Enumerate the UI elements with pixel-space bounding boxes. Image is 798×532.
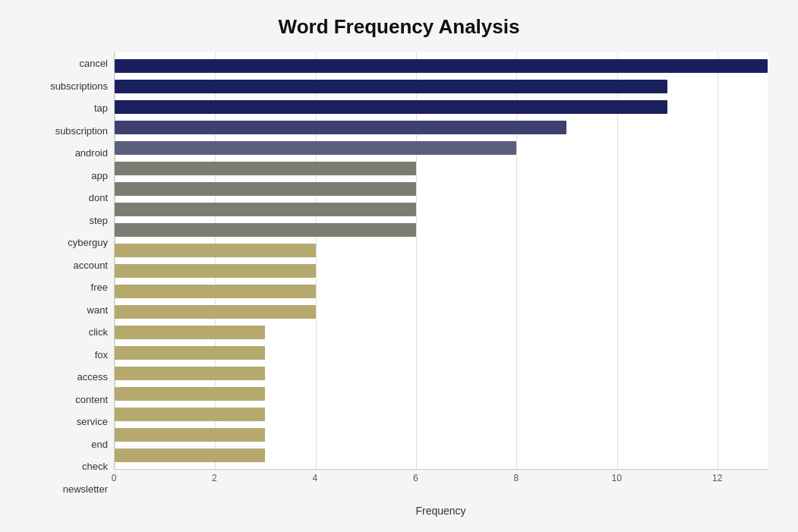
y-label: subscriptions: [50, 76, 108, 96]
bar: [115, 59, 768, 73]
x-tick: 4: [313, 473, 318, 483]
bar-row: [115, 364, 768, 382]
y-label: access: [77, 367, 108, 387]
bar-row: [115, 385, 768, 403]
x-axis-label: Frequency: [114, 505, 768, 517]
bar: [115, 449, 265, 462]
y-label: cyberguy: [68, 233, 108, 253]
bar-row: [115, 323, 768, 342]
y-label: android: [75, 143, 108, 163]
bar: [115, 141, 516, 155]
chart-container: Word Frequency Analysis cancelsubscripti…: [0, 0, 798, 532]
x-tick: 2: [212, 473, 217, 483]
x-tick: 0: [112, 473, 117, 483]
y-label: click: [89, 323, 108, 342]
bars-and-xaxis: Frequency 024681012: [114, 52, 768, 500]
bar: [115, 244, 316, 257]
x-tick: 6: [413, 473, 418, 483]
y-label: end: [91, 434, 108, 454]
y-label: dont: [89, 188, 108, 208]
bar: [115, 387, 265, 401]
y-label: want: [87, 300, 108, 320]
y-label: account: [73, 255, 108, 275]
chart-area: cancelsubscriptionstapsubscriptionandroi…: [30, 52, 768, 500]
y-label: fox: [95, 345, 108, 364]
bar: [115, 162, 416, 175]
y-label: cancel: [79, 54, 108, 74]
bar: [115, 428, 265, 442]
bar: [115, 100, 667, 114]
bar: [115, 203, 416, 216]
bar: [115, 121, 566, 134]
y-labels: cancelsubscriptionstapsubscriptionandroi…: [30, 52, 114, 500]
bar: [115, 305, 316, 319]
bar-row: [115, 241, 768, 260]
bar-row: [115, 405, 768, 423]
bar: [115, 285, 316, 298]
bar-row: [115, 344, 768, 362]
y-label: check: [82, 457, 108, 477]
y-label: tap: [94, 99, 108, 118]
bar: [115, 182, 416, 196]
bar: [115, 223, 416, 237]
y-label: subscription: [55, 121, 108, 140]
bar-row: [115, 57, 768, 75]
x-tick: 10: [612, 473, 622, 483]
bar: [115, 408, 265, 421]
y-label: content: [75, 389, 108, 409]
bars-area: [114, 52, 768, 470]
x-tick: 8: [514, 473, 519, 483]
bar: [115, 80, 667, 93]
bar: [115, 346, 265, 360]
bar-row: [115, 200, 768, 219]
y-label: free: [91, 278, 108, 297]
bar-row: [115, 159, 768, 178]
x-axis: Frequency 024681012: [114, 470, 768, 500]
bar-row: [115, 282, 768, 301]
y-label: newsletter: [63, 479, 108, 499]
x-tick: 12: [712, 473, 722, 483]
chart-title: Word Frequency Analysis: [30, 15, 768, 39]
bar-row: [115, 180, 768, 198]
bar: [115, 367, 265, 380]
bar-row: [115, 426, 768, 444]
bar-row: [115, 118, 768, 137]
y-label: step: [89, 210, 108, 230]
bars-inner: [115, 52, 768, 469]
bar-row: [115, 303, 768, 321]
bar-row: [115, 446, 768, 464]
bar: [115, 264, 316, 278]
bar-row: [115, 98, 768, 116]
bar-row: [115, 262, 768, 280]
bar-row: [115, 221, 768, 239]
bar: [115, 326, 265, 339]
y-label: app: [91, 165, 108, 185]
bar-row: [115, 77, 768, 96]
y-label: service: [77, 412, 108, 432]
bar-row: [115, 139, 768, 157]
